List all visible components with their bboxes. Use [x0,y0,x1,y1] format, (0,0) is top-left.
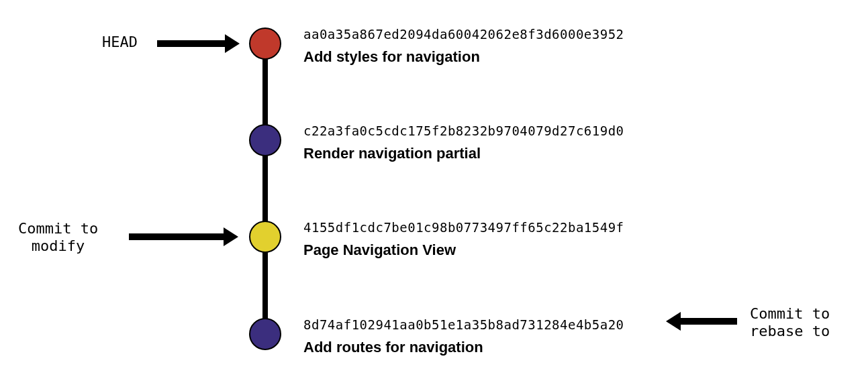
commit-info: aa0a35a867ed2094da60042062e8f3d6000e3952… [303,27,624,66]
git-commit-graph: aa0a35a867ed2094da60042062e8f3d6000e3952… [0,0,868,381]
commit-hash: 4155df1cdc7be01c98b0773497ff65c22ba1549f [303,220,624,235]
annotation-rebase-label: Commit to rebase to [750,305,830,341]
arrow-right-icon [157,40,228,47]
arrow-left-icon [678,318,737,325]
commit-info: c22a3fa0c5cdc175f2b8232b9704079d27c619d0… [303,123,624,162]
commit-message: Add routes for navigation [303,339,624,356]
commit-info: 8d74af102941aa0b51e1a35b8ad731284e4b5a20… [303,317,624,356]
commit-node [249,124,281,156]
commit-node-head [249,28,281,60]
commit-hash: c22a3fa0c5cdc175f2b8232b9704079d27c619d0 [303,123,624,138]
commit-hash: aa0a35a867ed2094da60042062e8f3d6000e3952 [303,27,624,42]
annotation-modify-label: Commit to modify [18,220,98,256]
commit-node-base [249,318,281,350]
arrow-right-icon [129,233,226,240]
commit-message: Page Navigation View [303,241,624,259]
commit-node-target [249,221,281,253]
commit-info: 4155df1cdc7be01c98b0773497ff65c22ba1549f… [303,220,624,259]
commit-hash: 8d74af102941aa0b51e1a35b8ad731284e4b5a20 [303,317,624,332]
commit-message: Add styles for navigation [303,48,624,66]
commit-message: Render navigation partial [303,145,624,162]
commit-connector-line [262,44,268,334]
annotation-head-label: HEAD [102,34,138,51]
